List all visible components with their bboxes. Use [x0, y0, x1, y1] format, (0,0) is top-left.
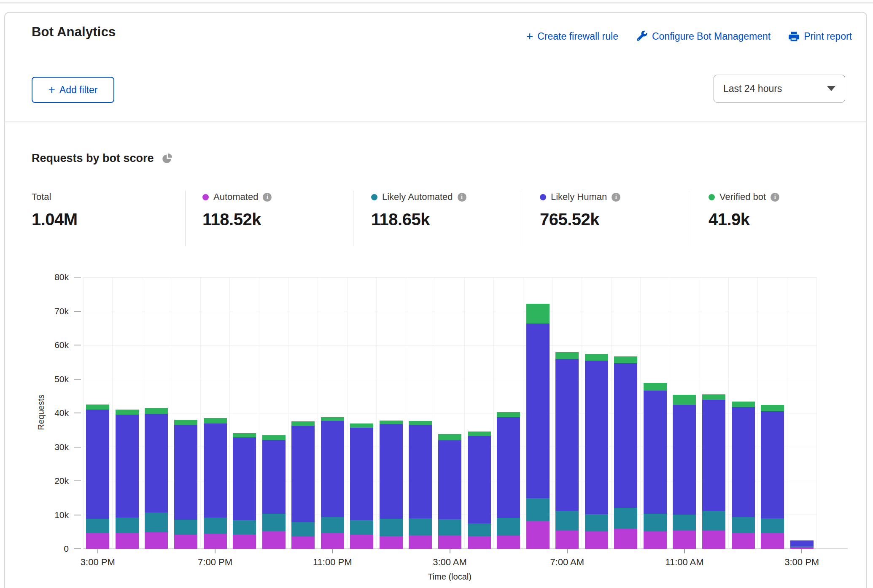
bar-3-00-AM[interactable]	[438, 434, 461, 549]
bar-segment-likely-human[interactable]	[438, 440, 461, 519]
bar-segment-likely-automated[interactable]	[761, 518, 784, 533]
bar-segment-automated[interactable]	[291, 537, 315, 549]
bar-segment-verified-bot[interactable]	[321, 417, 344, 421]
bar-4-00-PM[interactable]	[116, 410, 139, 549]
bar-segment-likely-human[interactable]	[644, 391, 667, 514]
bar-segment-likely-automated[interactable]	[174, 520, 197, 535]
bar-segment-automated[interactable]	[526, 521, 550, 549]
bar-11-00-AM[interactable]	[673, 395, 696, 549]
bar-segment-verified-bot[interactable]	[497, 412, 520, 417]
bar-segment-automated[interactable]	[321, 533, 344, 549]
bar-segment-likely-human[interactable]	[116, 415, 139, 518]
bar-segment-verified-bot[interactable]	[380, 421, 403, 425]
bar-segment-verified-bot[interactable]	[262, 435, 286, 440]
bar-segment-likely-automated[interactable]	[233, 520, 256, 534]
bar-segment-automated[interactable]	[350, 535, 373, 549]
bar-segment-likely-human[interactable]	[291, 426, 315, 522]
bar-segment-automated[interactable]	[497, 536, 520, 549]
bar-segment-likely-human[interactable]	[761, 411, 784, 518]
bar-segment-verified-bot[interactable]	[732, 402, 755, 407]
bar-segment-verified-bot[interactable]	[585, 354, 608, 361]
bar-segment-automated[interactable]	[233, 534, 256, 549]
bar-segment-automated[interactable]	[761, 533, 784, 549]
bar-segment-verified-bot[interactable]	[145, 408, 168, 414]
bar-1-00-PM[interactable]	[732, 402, 755, 549]
bar-segment-likely-human[interactable]	[321, 421, 344, 518]
bar-segment-likely-automated[interactable]	[585, 514, 608, 531]
bar-segment-likely-human[interactable]	[233, 437, 256, 520]
bar-segment-likely-human[interactable]	[702, 400, 725, 511]
bar-segment-verified-bot[interactable]	[438, 434, 461, 440]
bar-segment-likely-automated[interactable]	[526, 498, 550, 521]
bar-segment-likely-human[interactable]	[380, 424, 403, 519]
bar-segment-likely-human[interactable]	[86, 410, 109, 519]
bar-segment-likely-automated[interactable]	[702, 511, 725, 531]
bar-segment-verified-bot[interactable]	[233, 433, 256, 437]
bar-segment-likely-automated[interactable]	[145, 512, 168, 532]
bar-3-00-PM[interactable]	[790, 540, 814, 549]
bar-segment-automated[interactable]	[644, 531, 667, 549]
bar-segment-verified-bot[interactable]	[291, 421, 315, 426]
bar-segment-likely-human[interactable]	[204, 423, 227, 518]
bar-segment-verified-bot[interactable]	[204, 418, 227, 423]
bar-segment-verified-bot[interactable]	[614, 356, 637, 364]
bar-5-00-AM[interactable]	[497, 412, 520, 549]
bar-12-00-AM[interactable]	[350, 423, 373, 549]
bar-segment-likely-human[interactable]	[732, 407, 755, 518]
bar-10-00-PM[interactable]	[291, 421, 315, 549]
bar-segment-automated[interactable]	[86, 533, 109, 549]
bar-segment-automated[interactable]	[702, 531, 725, 549]
bar-segment-likely-human[interactable]	[555, 359, 579, 511]
bar-segment-automated[interactable]	[174, 535, 197, 549]
bar-segment-likely-human[interactable]	[174, 425, 197, 520]
bar-segment-verified-bot[interactable]	[468, 432, 491, 436]
bar-segment-likely-human[interactable]	[585, 361, 608, 514]
bar-segment-likely-automated[interactable]	[614, 508, 637, 528]
bar-segment-automated[interactable]	[614, 529, 637, 549]
bar-segment-automated[interactable]	[555, 531, 579, 549]
bar-segment-likely-automated[interactable]	[350, 520, 373, 535]
bar-segment-verified-bot[interactable]	[761, 405, 784, 411]
bar-8-00-AM[interactable]	[585, 354, 608, 549]
bar-segment-automated[interactable]	[732, 533, 755, 549]
bar-segment-likely-automated[interactable]	[555, 511, 579, 531]
bar-3-00-PM[interactable]	[86, 405, 109, 549]
bar-segment-verified-bot[interactable]	[86, 405, 109, 410]
bar-segment-likely-automated[interactable]	[262, 514, 286, 531]
bar-segment-likely-human[interactable]	[409, 425, 432, 518]
bar-segment-likely-human[interactable]	[145, 414, 168, 512]
bar-segment-verified-bot[interactable]	[350, 423, 373, 428]
bar-segment-automated[interactable]	[204, 534, 227, 549]
bar-segment-verified-bot[interactable]	[116, 410, 139, 415]
bar-segment-likely-human[interactable]	[262, 440, 286, 514]
bar-segment-likely-automated[interactable]	[291, 522, 315, 537]
bar-segment-likely-human[interactable]	[350, 428, 373, 520]
bar-5-00-PM[interactable]	[145, 408, 168, 549]
bar-segment-likely-automated[interactable]	[644, 514, 667, 531]
bar-6-00-AM[interactable]	[526, 304, 550, 549]
bar-segment-likely-automated[interactable]	[321, 517, 344, 533]
bar-segment-automated[interactable]	[380, 536, 403, 549]
bar-2-00-PM[interactable]	[761, 405, 784, 549]
bar-segment-automated[interactable]	[116, 533, 139, 549]
bar-11-00-PM[interactable]	[321, 417, 344, 549]
bar-segment-likely-automated[interactable]	[409, 518, 432, 535]
bar-segment-likely-automated[interactable]	[468, 523, 491, 537]
bar-segment-likely-human[interactable]	[790, 541, 814, 547]
bar-10-00-AM[interactable]	[644, 383, 667, 549]
bar-segment-likely-automated[interactable]	[673, 515, 696, 531]
bar-segment-likely-automated[interactable]	[497, 518, 520, 536]
bar-segment-likely-automated[interactable]	[380, 519, 403, 536]
bar-9-00-PM[interactable]	[262, 435, 286, 549]
bar-segment-likely-human[interactable]	[526, 324, 550, 499]
bar-6-00-PM[interactable]	[174, 420, 197, 549]
bar-segment-automated[interactable]	[673, 531, 696, 549]
bar-segment-verified-bot[interactable]	[702, 394, 725, 400]
bar-segment-verified-bot[interactable]	[644, 383, 667, 391]
bar-segment-automated[interactable]	[262, 531, 286, 549]
bar-segment-likely-automated[interactable]	[732, 517, 755, 533]
bar-7-00-PM[interactable]	[204, 418, 227, 549]
bar-segment-likely-human[interactable]	[614, 363, 637, 508]
bar-segment-verified-bot[interactable]	[526, 304, 550, 324]
bar-segment-likely-automated[interactable]	[438, 519, 461, 535]
